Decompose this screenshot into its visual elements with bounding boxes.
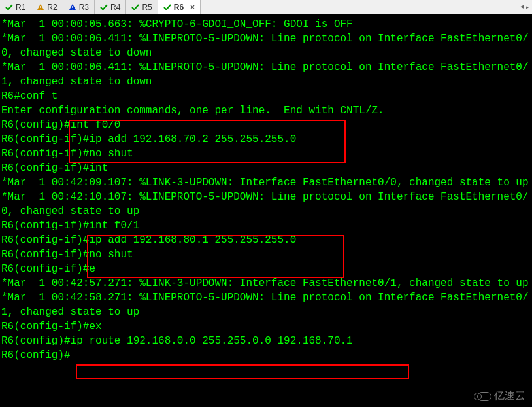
terminal-line: *Mar 1 00:42:58.271: %LINEPROTO-5-UPDOWN…	[1, 291, 531, 319]
tab-label: R6	[174, 3, 184, 12]
check-icon	[5, 3, 13, 11]
terminal-line: R6(config-if)#int	[1, 161, 531, 175]
tab-r1[interactable]: R1	[0, 0, 31, 14]
watermark-text: 亿速云	[494, 389, 525, 403]
terminal-line: *Mar 1 00:00:06.411: %LINEPROTO-5-UPDOWN…	[1, 31, 531, 60]
tab-bar: R1R2R3R4R5R6× ◄ ▸	[0, 0, 532, 14]
tab-r6[interactable]: R6×	[158, 0, 201, 14]
svg-rect-3	[72, 9, 73, 9]
terminal-line: *Mar 1 00:42:09.107: %LINK-3-UPDOWN: Int…	[1, 175, 531, 190]
terminal-line: *Mar 1 00:42:57.271: %LINK-3-UPDOWN: Int…	[1, 276, 531, 291]
terminal-line: *Mar 1 00:00:05.663: %CRYPTO-6-GDOI_ON_O…	[1, 17, 531, 31]
check-icon	[163, 3, 171, 11]
terminal-line: *Mar 1 00:42:10.107: %LINEPROTO-5-UPDOWN…	[1, 190, 531, 219]
warn-icon	[37, 3, 44, 11]
terminal-line: R6#conf t	[1, 89, 531, 103]
terminal-line: R6(config-if)#e	[1, 262, 531, 276]
tab-r3[interactable]: R3	[63, 0, 95, 14]
terminal-line: R6(config-if)#int f0/1	[1, 219, 531, 233]
svg-rect-2	[72, 6, 73, 8]
terminal-line: R6(config-if)#no shut	[1, 147, 531, 161]
terminal-line: *Mar 1 00:00:06.411: %LINEPROTO-5-UPDOWN…	[1, 60, 531, 89]
watermark: 亿速云	[477, 389, 525, 403]
terminal-line: R6(config)#	[1, 348, 531, 363]
tab-label: R4	[110, 3, 120, 12]
tab-label: R5	[142, 3, 152, 12]
check-icon	[100, 3, 108, 11]
tab-scroll-left-icon[interactable]: ◄	[520, 3, 524, 10]
terminal-line: R6(config-if)#ex	[1, 319, 531, 334]
tab-scroll-right-icon[interactable]: ▸	[525, 3, 529, 11]
tab-r5[interactable]: R5	[126, 0, 158, 14]
terminal-line: R6(config-if)#ip add 192.168.80.1 255.25…	[1, 233, 531, 247]
terminal-line: R6(config)#int f0/0	[1, 118, 531, 132]
terminal-line: Enter configuration commands, one per li…	[1, 103, 531, 118]
tab-label: R3	[79, 3, 89, 12]
warn-icon	[69, 3, 76, 11]
watermark-icon	[477, 392, 491, 401]
tab-r2[interactable]: R2	[31, 0, 63, 14]
svg-rect-0	[41, 6, 41, 8]
tab-label: R2	[47, 3, 57, 12]
terminal-line: R6(config-if)#ip add 192.168.70.2 255.25…	[1, 132, 531, 147]
check-icon	[131, 3, 139, 11]
tab-label: R1	[16, 3, 25, 12]
tab-r4[interactable]: R4	[95, 0, 126, 14]
terminal-line: R6(config)#ip route 192.168.0.0 255.255.…	[1, 334, 531, 348]
svg-rect-1	[41, 9, 41, 9]
terminal-output[interactable]: *Mar 1 00:00:05.663: %CRYPTO-6-GDOI_ON_O…	[0, 14, 532, 407]
tab-bar-actions: ◄ ▸	[520, 0, 532, 14]
terminal-line: R6(config-if)#no shut	[1, 247, 531, 262]
close-icon[interactable]: ×	[190, 3, 195, 12]
